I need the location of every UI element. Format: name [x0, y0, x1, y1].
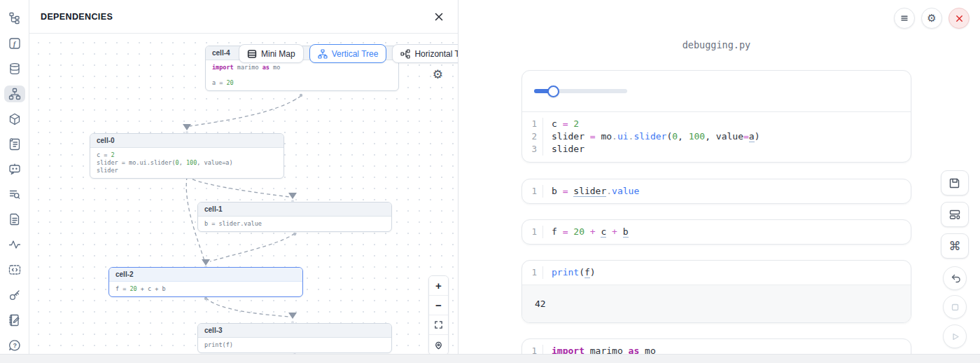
app-footer [0, 354, 980, 363]
line-number: 2 [522, 130, 543, 143]
layout-icon[interactable] [941, 202, 969, 227]
graph-node-code: b = slider.value [198, 217, 391, 231]
packages-icon[interactable] [4, 111, 25, 128]
slider-handle[interactable] [547, 85, 559, 97]
marimo-app: f ? DEPENDENCIES [0, 0, 980, 363]
run-play-icon[interactable] [943, 324, 967, 348]
line-number: 3 [522, 143, 543, 156]
cell-output-slider [522, 71, 911, 112]
code-line[interactable]: 1print(f) [522, 266, 911, 279]
notebook-cell-b: 1b = slider.value [522, 179, 911, 204]
settings-gear-icon[interactable]: ⚙ [921, 8, 942, 29]
notebook-cell-import: 1import marimo as mo2 [522, 338, 911, 354]
code-line[interactable]: 1f = 20 + c + b [522, 226, 911, 238]
graph-node-code: f = 20 + c + b [109, 282, 302, 296]
cell-editor[interactable]: 1b = slider.value [522, 179, 911, 203]
close-icon[interactable] [434, 12, 444, 22]
graph-settings-gear-icon[interactable]: ⚙ [433, 69, 443, 81]
dependencies-panel: DEPENDENCIES [29, 0, 458, 354]
graph-node-cell-3[interactable]: cell-3 print(f) [197, 323, 392, 353]
variables-icon[interactable]: f [4, 35, 25, 52]
code-text: slider [543, 143, 584, 156]
secrets-icon[interactable] [4, 287, 25, 303]
logs-icon[interactable] [4, 186, 25, 203]
graph-node-cell-2[interactable]: cell-2 f = 20 + c + b [108, 267, 303, 297]
code-line[interactable]: 1import marimo as mo [522, 345, 911, 354]
cell-editor[interactable]: 1c = 22slider = mo.ui.slider(0, 100, val… [522, 112, 911, 161]
graph-node-code: print(f) [198, 338, 391, 352]
vertical-tree-label: Vertical Tree [332, 49, 379, 59]
graph-node-code: c = 2slider = mo.ui.slider(0, 100, value… [90, 148, 284, 178]
center-location-icon[interactable] [429, 335, 448, 354]
content-row: f ? DEPENDENCIES [0, 0, 980, 354]
svg-text:f: f [13, 40, 16, 47]
graph-node-code: import marimo as mo a = 20 [206, 60, 398, 90]
horizontal-tree-label: Horizontal Tree [414, 49, 458, 59]
code-line[interactable]: 1c = 2 [522, 118, 911, 130]
vertical-tree-icon [318, 49, 328, 59]
help-icon[interactable]: ? [4, 337, 25, 354]
notebook-cell-f: 1f = 20 + c + b [522, 219, 911, 245]
dependency-graph-icon[interactable] [4, 85, 25, 102]
notebook-filename: debugging.py [522, 39, 911, 50]
code-text: slider = mo.ui.slider(0, 100, value=a) [543, 130, 760, 143]
helper-panel-sidebar: f ? [0, 0, 29, 354]
graph-node-cell-1[interactable]: cell-1 b = slider.value [197, 202, 392, 232]
mini-map-label: Mini Map [261, 49, 295, 59]
graph-node-title: cell-2 [109, 268, 302, 282]
cell-editor[interactable]: 1f = 20 + c + b [522, 220, 911, 244]
menu-icon[interactable] [894, 8, 915, 29]
code-text: f = 20 + c + b [543, 226, 629, 238]
mini-map-button[interactable]: Mini Map [239, 44, 304, 63]
graph-node-title: cell-1 [198, 203, 391, 217]
line-number: 1 [522, 118, 543, 130]
code-block-icon[interactable] [4, 261, 25, 278]
graph-zoom-controls: + − [428, 275, 449, 354]
shutdown-close-icon[interactable] [948, 8, 969, 29]
horizontal-tree-button[interactable]: Horizontal Tree [392, 44, 458, 63]
graph-node-title: cell-0 [90, 134, 284, 148]
dependencies-panel-title: DEPENDENCIES [41, 12, 113, 22]
cell-output-text: 42 [522, 285, 911, 322]
chat-icon[interactable] [4, 161, 25, 178]
fit-view-icon[interactable] [429, 315, 448, 335]
cell-editor[interactable]: 1print(f) [522, 261, 911, 285]
datasources-icon[interactable] [4, 60, 25, 77]
graph-node-cell-0[interactable]: cell-0 c = 2slider = mo.ui.slider(0, 100… [90, 133, 284, 179]
stop-icon[interactable] [943, 295, 967, 319]
slider-widget[interactable] [534, 85, 627, 97]
code-line[interactable]: 2slider = mo.ui.slider(0, 100, value=a) [522, 130, 911, 143]
code-text: c = 2 [543, 118, 579, 130]
tracing-icon[interactable] [4, 236, 25, 253]
dependencies-panel-header: DEPENDENCIES [29, 0, 458, 34]
notebook-cell-slider: 1c = 22slider = mo.ui.slider(0, 100, val… [522, 70, 911, 163]
line-number: 1 [522, 266, 543, 279]
undo-icon[interactable] [943, 266, 967, 290]
save-icon[interactable] [941, 170, 969, 196]
notebook-top-actions: ⚙ [894, 8, 969, 29]
code-line[interactable]: 3slider [522, 143, 911, 156]
command-palette-icon[interactable]: ⌘ [941, 233, 969, 259]
line-number: 1 [522, 345, 543, 354]
zoom-out-button[interactable]: − [429, 296, 448, 315]
zoom-in-button[interactable]: + [429, 276, 448, 296]
file-explorer-icon[interactable] [4, 10, 25, 27]
graph-view-toolbar: Mini Map Vertical Tree Horizontal Tree [239, 44, 458, 63]
code-line[interactable]: 1b = slider.value [522, 185, 911, 198]
svg-text:?: ? [13, 342, 17, 349]
code-text: print(f) [543, 266, 596, 279]
documentation-icon[interactable] [4, 136, 25, 153]
snippets-icon[interactable] [4, 211, 25, 228]
horizontal-tree-icon [400, 49, 410, 59]
graph-node-title: cell-3 [198, 324, 391, 338]
line-number: 1 [522, 185, 543, 198]
vertical-tree-button[interactable]: Vertical Tree [309, 44, 387, 63]
cell-editor[interactable]: 1import marimo as mo2 [522, 339, 911, 354]
scratchpad-icon[interactable] [4, 312, 25, 329]
notebook-cell-print: 1print(f) 42 [522, 260, 911, 323]
notebook-area: ⚙ debugging.py 1c = 22slider = mo.ui.sli… [458, 0, 980, 354]
mini-map-icon [247, 49, 257, 59]
code-text: import marimo as mo [543, 345, 656, 354]
code-text: b = slider.value [543, 185, 639, 198]
dependency-graph-canvas[interactable]: cell-4 import marimo as mo a = 20 cell-0… [29, 34, 458, 354]
